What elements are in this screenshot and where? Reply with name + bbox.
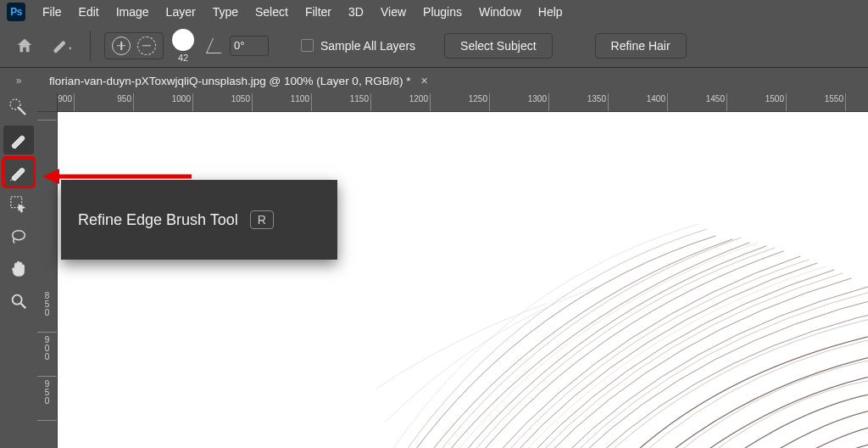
subtract-from-selection-icon[interactable]	[137, 36, 156, 55]
document-tab[interactable]: florian-van-duyn-pXToxwjqliQ-unsplash.jp…	[37, 68, 868, 93]
brush-dot-icon	[172, 29, 194, 51]
canvas[interactable]	[58, 112, 868, 448]
ruler-h-tick: 1400	[626, 93, 668, 111]
refine-edge-brush-tool[interactable]	[3, 158, 34, 187]
brush-icon	[8, 130, 29, 150]
brush-angle-input[interactable]	[230, 36, 269, 56]
ruler-h-tick: 1300	[507, 93, 549, 111]
tools-panel	[0, 68, 37, 448]
ruler-v-tick: 950	[37, 378, 57, 421]
menu-help[interactable]: Help	[530, 2, 571, 22]
menu-view[interactable]: View	[372, 2, 415, 22]
menu-select[interactable]: Select	[247, 2, 297, 22]
ruler-h-tick: 1500	[744, 93, 787, 111]
tooltip-shortcut: R	[250, 210, 274, 229]
ruler-h-tick: 1150	[329, 93, 371, 111]
app-logo-text: Ps	[10, 6, 22, 18]
menu-type[interactable]: Type	[204, 2, 247, 22]
ruler-h-tick: 950	[92, 93, 134, 111]
menu-bar: Ps File Edit Image Layer Type Select Fil…	[0, 0, 868, 24]
brush-size-value: 42	[178, 53, 188, 63]
menu-window[interactable]: Window	[470, 2, 530, 22]
brush-preset-icon	[51, 36, 73, 55]
menu-edit[interactable]: Edit	[70, 2, 108, 22]
menu-filter[interactable]: Filter	[297, 2, 340, 22]
angle-icon	[206, 38, 228, 53]
add-to-selection-icon[interactable]	[112, 36, 131, 55]
ruler-v-tick: 900	[37, 334, 57, 377]
tool-preset-button[interactable]	[47, 31, 76, 60]
hand-tool[interactable]	[3, 255, 34, 283]
hand-icon	[9, 260, 28, 278]
ruler-h-tick: 1550	[804, 93, 846, 111]
sample-all-layers-label: Sample All Layers	[320, 39, 415, 53]
magnifier-icon	[9, 292, 28, 311]
home-icon	[15, 36, 34, 55]
options-bar: 42 Sample All Layers Select Subject Refi…	[0, 24, 868, 68]
brush-add-subtract[interactable]	[104, 32, 164, 59]
app-logo: Ps	[7, 3, 25, 21]
ruler-h-tick: 1050	[210, 93, 253, 111]
ruler-h-tick: 1250	[448, 93, 490, 111]
ruler-h-tick: 1000	[151, 93, 193, 111]
wand-brush-icon	[8, 98, 29, 118]
ruler-h-tick: 1200	[388, 93, 431, 111]
ruler-horizontal[interactable]: 9009501000105011001150120012501300135014…	[58, 93, 868, 112]
select-subject-button[interactable]: Select Subject	[444, 33, 553, 59]
menu-image[interactable]: Image	[108, 2, 158, 22]
brush-preview[interactable]: 42	[172, 29, 194, 63]
home-button[interactable]	[10, 31, 39, 60]
tooltip-title: Refine Edge Brush Tool	[78, 211, 238, 229]
menu-file[interactable]: File	[34, 2, 70, 22]
quick-selection-tool[interactable]	[3, 93, 34, 122]
brush-angle-control	[209, 36, 269, 56]
menu-layer[interactable]: Layer	[158, 2, 204, 22]
svg-marker-0	[69, 47, 71, 49]
document-tab-title: florian-van-duyn-pXToxwjqliQ-unsplash.jp…	[49, 75, 410, 87]
lasso-tool[interactable]	[3, 222, 34, 251]
tool-tooltip: Refine Edge Brush Tool R	[61, 180, 337, 260]
image-content	[258, 185, 868, 448]
close-tab-button[interactable]: ×	[420, 74, 427, 87]
menu-3d[interactable]: 3D	[340, 2, 372, 22]
menu-plugins[interactable]: Plugins	[415, 2, 470, 22]
sample-all-layers-option[interactable]: Sample All Layers	[301, 39, 415, 53]
ruler-vertical[interactable]: 850900950 0	[37, 112, 58, 448]
zoom-tool[interactable]	[3, 287, 34, 316]
ruler-h-tick: 1100	[270, 93, 312, 111]
ruler-corner	[37, 93, 58, 112]
ruler-h-tick: 1450	[685, 93, 727, 111]
ruler-h-tick: 900	[58, 93, 75, 111]
ruler-h-tick: 1350	[566, 93, 609, 111]
object-selection-tool[interactable]	[3, 190, 34, 219]
refine-hair-button[interactable]: Refine Hair	[595, 33, 687, 59]
checkbox-icon[interactable]	[301, 39, 314, 52]
refine-brush-icon	[8, 162, 29, 182]
lasso-icon	[9, 227, 28, 246]
svg-point-3	[13, 231, 25, 240]
brush-tool[interactable]	[3, 126, 34, 154]
svg-point-4	[13, 295, 22, 305]
marquee-cursor-icon	[9, 195, 28, 214]
ruler-v-tick: 850	[37, 290, 57, 333]
divider	[90, 31, 91, 61]
